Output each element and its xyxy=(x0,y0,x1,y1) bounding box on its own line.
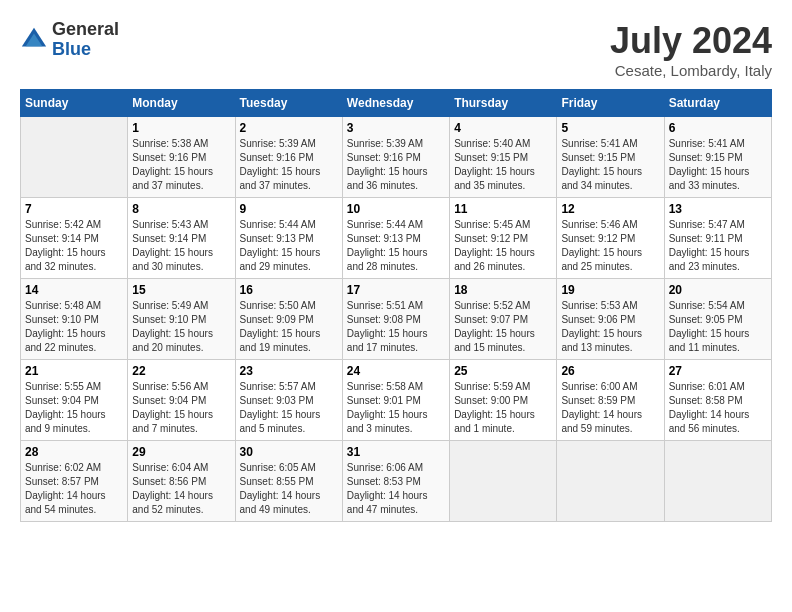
calendar-table: SundayMondayTuesdayWednesdayThursdayFrid… xyxy=(20,89,772,522)
calendar-cell xyxy=(664,441,771,522)
calendar-cell: 13Sunrise: 5:47 AM Sunset: 9:11 PM Dayli… xyxy=(664,198,771,279)
header-saturday: Saturday xyxy=(664,90,771,117)
day-info: Sunrise: 5:54 AM Sunset: 9:05 PM Dayligh… xyxy=(669,299,767,355)
day-number: 1 xyxy=(132,121,230,135)
day-number: 31 xyxy=(347,445,445,459)
day-number: 19 xyxy=(561,283,659,297)
location-text: Cesate, Lombardy, Italy xyxy=(610,62,772,79)
calendar-week-1: 1Sunrise: 5:38 AM Sunset: 9:16 PM Daylig… xyxy=(21,117,772,198)
day-number: 5 xyxy=(561,121,659,135)
calendar-cell: 27Sunrise: 6:01 AM Sunset: 8:58 PM Dayli… xyxy=(664,360,771,441)
calendar-week-4: 21Sunrise: 5:55 AM Sunset: 9:04 PM Dayli… xyxy=(21,360,772,441)
calendar-cell: 6Sunrise: 5:41 AM Sunset: 9:15 PM Daylig… xyxy=(664,117,771,198)
day-info: Sunrise: 5:56 AM Sunset: 9:04 PM Dayligh… xyxy=(132,380,230,436)
day-number: 26 xyxy=(561,364,659,378)
calendar-cell: 17Sunrise: 5:51 AM Sunset: 9:08 PM Dayli… xyxy=(342,279,449,360)
day-number: 14 xyxy=(25,283,123,297)
calendar-cell: 10Sunrise: 5:44 AM Sunset: 9:13 PM Dayli… xyxy=(342,198,449,279)
page-header: General Blue July 2024 Cesate, Lombardy,… xyxy=(20,20,772,79)
header-sunday: Sunday xyxy=(21,90,128,117)
day-info: Sunrise: 5:52 AM Sunset: 9:07 PM Dayligh… xyxy=(454,299,552,355)
day-info: Sunrise: 5:45 AM Sunset: 9:12 PM Dayligh… xyxy=(454,218,552,274)
day-number: 30 xyxy=(240,445,338,459)
day-info: Sunrise: 5:50 AM Sunset: 9:09 PM Dayligh… xyxy=(240,299,338,355)
day-number: 10 xyxy=(347,202,445,216)
day-info: Sunrise: 5:39 AM Sunset: 9:16 PM Dayligh… xyxy=(240,137,338,193)
day-info: Sunrise: 6:04 AM Sunset: 8:56 PM Dayligh… xyxy=(132,461,230,517)
calendar-cell: 30Sunrise: 6:05 AM Sunset: 8:55 PM Dayli… xyxy=(235,441,342,522)
calendar-cell xyxy=(557,441,664,522)
calendar-cell: 12Sunrise: 5:46 AM Sunset: 9:12 PM Dayli… xyxy=(557,198,664,279)
calendar-week-3: 14Sunrise: 5:48 AM Sunset: 9:10 PM Dayli… xyxy=(21,279,772,360)
day-number: 23 xyxy=(240,364,338,378)
day-info: Sunrise: 5:41 AM Sunset: 9:15 PM Dayligh… xyxy=(669,137,767,193)
logo: General Blue xyxy=(20,20,119,60)
day-info: Sunrise: 5:58 AM Sunset: 9:01 PM Dayligh… xyxy=(347,380,445,436)
calendar-cell: 1Sunrise: 5:38 AM Sunset: 9:16 PM Daylig… xyxy=(128,117,235,198)
day-number: 4 xyxy=(454,121,552,135)
calendar-cell: 28Sunrise: 6:02 AM Sunset: 8:57 PM Dayli… xyxy=(21,441,128,522)
day-number: 9 xyxy=(240,202,338,216)
day-number: 12 xyxy=(561,202,659,216)
calendar-cell: 20Sunrise: 5:54 AM Sunset: 9:05 PM Dayli… xyxy=(664,279,771,360)
calendar-cell: 7Sunrise: 5:42 AM Sunset: 9:14 PM Daylig… xyxy=(21,198,128,279)
calendar-cell: 4Sunrise: 5:40 AM Sunset: 9:15 PM Daylig… xyxy=(450,117,557,198)
day-info: Sunrise: 5:57 AM Sunset: 9:03 PM Dayligh… xyxy=(240,380,338,436)
day-number: 6 xyxy=(669,121,767,135)
day-number: 27 xyxy=(669,364,767,378)
day-info: Sunrise: 6:01 AM Sunset: 8:58 PM Dayligh… xyxy=(669,380,767,436)
header-friday: Friday xyxy=(557,90,664,117)
logo-general-text: General xyxy=(52,20,119,40)
day-info: Sunrise: 5:59 AM Sunset: 9:00 PM Dayligh… xyxy=(454,380,552,436)
calendar-cell: 21Sunrise: 5:55 AM Sunset: 9:04 PM Dayli… xyxy=(21,360,128,441)
calendar-cell: 19Sunrise: 5:53 AM Sunset: 9:06 PM Dayli… xyxy=(557,279,664,360)
calendar-cell xyxy=(450,441,557,522)
header-monday: Monday xyxy=(128,90,235,117)
day-info: Sunrise: 6:06 AM Sunset: 8:53 PM Dayligh… xyxy=(347,461,445,517)
day-info: Sunrise: 5:47 AM Sunset: 9:11 PM Dayligh… xyxy=(669,218,767,274)
calendar-cell: 3Sunrise: 5:39 AM Sunset: 9:16 PM Daylig… xyxy=(342,117,449,198)
day-info: Sunrise: 5:46 AM Sunset: 9:12 PM Dayligh… xyxy=(561,218,659,274)
day-number: 15 xyxy=(132,283,230,297)
day-info: Sunrise: 5:41 AM Sunset: 9:15 PM Dayligh… xyxy=(561,137,659,193)
day-info: Sunrise: 5:43 AM Sunset: 9:14 PM Dayligh… xyxy=(132,218,230,274)
day-number: 16 xyxy=(240,283,338,297)
day-info: Sunrise: 5:51 AM Sunset: 9:08 PM Dayligh… xyxy=(347,299,445,355)
day-number: 21 xyxy=(25,364,123,378)
day-info: Sunrise: 5:55 AM Sunset: 9:04 PM Dayligh… xyxy=(25,380,123,436)
day-number: 13 xyxy=(669,202,767,216)
calendar-week-2: 7Sunrise: 5:42 AM Sunset: 9:14 PM Daylig… xyxy=(21,198,772,279)
calendar-cell xyxy=(21,117,128,198)
calendar-week-5: 28Sunrise: 6:02 AM Sunset: 8:57 PM Dayli… xyxy=(21,441,772,522)
day-info: Sunrise: 5:49 AM Sunset: 9:10 PM Dayligh… xyxy=(132,299,230,355)
calendar-cell: 15Sunrise: 5:49 AM Sunset: 9:10 PM Dayli… xyxy=(128,279,235,360)
day-number: 17 xyxy=(347,283,445,297)
title-block: July 2024 Cesate, Lombardy, Italy xyxy=(610,20,772,79)
day-info: Sunrise: 5:38 AM Sunset: 9:16 PM Dayligh… xyxy=(132,137,230,193)
day-number: 25 xyxy=(454,364,552,378)
day-number: 11 xyxy=(454,202,552,216)
day-number: 28 xyxy=(25,445,123,459)
header-wednesday: Wednesday xyxy=(342,90,449,117)
calendar-cell: 29Sunrise: 6:04 AM Sunset: 8:56 PM Dayli… xyxy=(128,441,235,522)
calendar-cell: 11Sunrise: 5:45 AM Sunset: 9:12 PM Dayli… xyxy=(450,198,557,279)
day-number: 22 xyxy=(132,364,230,378)
calendar-body: 1Sunrise: 5:38 AM Sunset: 9:16 PM Daylig… xyxy=(21,117,772,522)
calendar-cell: 2Sunrise: 5:39 AM Sunset: 9:16 PM Daylig… xyxy=(235,117,342,198)
day-info: Sunrise: 5:42 AM Sunset: 9:14 PM Dayligh… xyxy=(25,218,123,274)
calendar-cell: 5Sunrise: 5:41 AM Sunset: 9:15 PM Daylig… xyxy=(557,117,664,198)
logo-icon xyxy=(20,26,48,54)
day-info: Sunrise: 6:00 AM Sunset: 8:59 PM Dayligh… xyxy=(561,380,659,436)
day-number: 24 xyxy=(347,364,445,378)
calendar-cell: 9Sunrise: 5:44 AM Sunset: 9:13 PM Daylig… xyxy=(235,198,342,279)
day-number: 7 xyxy=(25,202,123,216)
calendar-cell: 25Sunrise: 5:59 AM Sunset: 9:00 PM Dayli… xyxy=(450,360,557,441)
calendar-cell: 14Sunrise: 5:48 AM Sunset: 9:10 PM Dayli… xyxy=(21,279,128,360)
logo-blue-text: Blue xyxy=(52,40,119,60)
day-info: Sunrise: 5:39 AM Sunset: 9:16 PM Dayligh… xyxy=(347,137,445,193)
day-info: Sunrise: 5:44 AM Sunset: 9:13 PM Dayligh… xyxy=(240,218,338,274)
calendar-cell: 8Sunrise: 5:43 AM Sunset: 9:14 PM Daylig… xyxy=(128,198,235,279)
calendar-header: SundayMondayTuesdayWednesdayThursdayFrid… xyxy=(21,90,772,117)
day-number: 29 xyxy=(132,445,230,459)
month-year-title: July 2024 xyxy=(610,20,772,62)
